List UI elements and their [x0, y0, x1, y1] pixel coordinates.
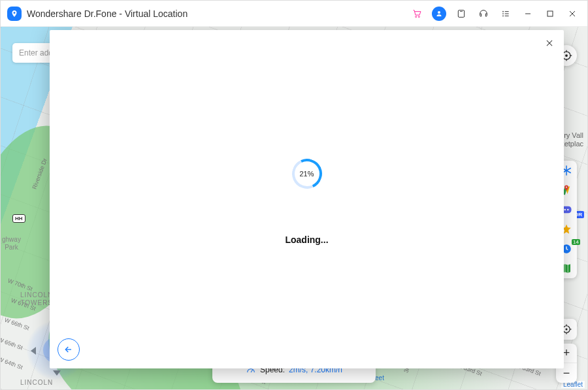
- tray-badge: 14: [572, 239, 580, 245]
- svg-point-25: [564, 209, 566, 211]
- window-title: Wondershare Dr.Fone - Virtual Location: [27, 8, 188, 19]
- svg-point-29: [566, 329, 568, 331]
- account-icon[interactable]: [428, 1, 450, 27]
- svg-point-1: [418, 16, 419, 17]
- progress-spinner: 21%: [292, 159, 322, 189]
- app-logo-icon: [7, 7, 22, 21]
- titlebar: Wondershare Dr.Fone - Virtual Location: [1, 1, 587, 27]
- svg-rect-3: [460, 11, 463, 12]
- progress-percent: 21%: [292, 159, 322, 189]
- svg-point-8: [502, 15, 504, 16]
- svg-line-34: [251, 370, 253, 372]
- device-icon[interactable]: [450, 1, 472, 27]
- svg-point-23: [566, 186, 567, 187]
- place-label: LINCOLN: [20, 379, 53, 387]
- highway-shield: HH: [12, 211, 25, 223]
- joystick-down-icon[interactable]: [53, 370, 61, 376]
- modal-back-button[interactable]: [57, 338, 80, 361]
- place-label: LINCOLNTOWERS: [20, 291, 53, 307]
- menu-icon[interactable]: [495, 1, 517, 27]
- joystick-left-icon[interactable]: [31, 347, 36, 355]
- modal-close-button[interactable]: [542, 35, 557, 51]
- svg-point-26: [567, 209, 569, 211]
- support-icon[interactable]: [472, 1, 495, 27]
- loading-label: Loading...: [50, 235, 564, 245]
- svg-rect-11: [547, 11, 553, 16]
- maximize-button[interactable]: [539, 1, 561, 27]
- svg-point-15: [565, 54, 568, 57]
- minimize-button[interactable]: [517, 1, 539, 27]
- cart-icon[interactable]: [406, 1, 428, 27]
- street-label: W 66th St: [3, 317, 30, 332]
- app-window: Wondershare Dr.Fone - Virtual Location: [0, 0, 588, 390]
- svg-point-6: [502, 13, 504, 14]
- svg-point-4: [502, 10, 504, 12]
- map-canvas[interactable]: HH FDR W 107th St W 106th St W 67th St W…: [1, 27, 587, 389]
- close-button[interactable]: [561, 1, 583, 27]
- street-label: W 65th St: [1, 336, 24, 351]
- place-label: ghwayPark: [2, 236, 21, 252]
- loading-modal: 21% Loading...: [50, 30, 564, 368]
- svg-point-0: [416, 16, 417, 17]
- street-label: W 64th St: [1, 356, 24, 371]
